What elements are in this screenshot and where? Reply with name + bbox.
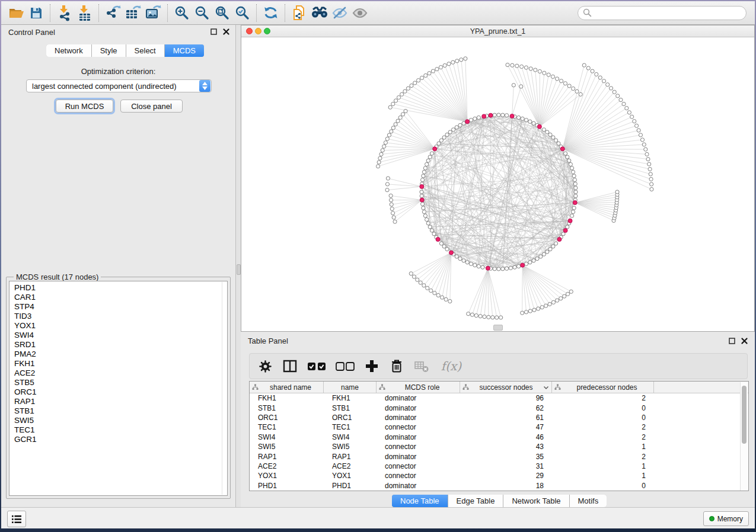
- table-cell: RAP1: [324, 453, 377, 461]
- mcds-result-item[interactable]: SRD1: [14, 340, 227, 350]
- select-all-columns-icon[interactable]: [307, 358, 327, 374]
- import-table-icon[interactable]: [75, 4, 95, 23]
- table-row[interactable]: RAP1RAP1dominator352: [250, 451, 748, 461]
- mcds-result-item[interactable]: RAP1: [14, 397, 227, 406]
- table-row[interactable]: ACE2ACE2connector311: [250, 462, 748, 471]
- function-builder-icon[interactable]: f(x): [438, 358, 464, 374]
- table-row[interactable]: TEC1TEC1connector472: [250, 422, 748, 432]
- splitter-handle[interactable]: [237, 264, 241, 275]
- mcds-result-item[interactable]: ACE2: [14, 368, 227, 378]
- mcds-result-item[interactable]: SWI5: [14, 416, 227, 425]
- mcds-result-list[interactable]: PHD1CAR1STP4TID3YOX1SWI4SRD1PMA2FKH1ACE2…: [9, 281, 228, 496]
- node-table-body: FKH1FKH1dominator962STB1STB1dominator620…: [250, 393, 748, 491]
- table-row[interactable]: SWI4SWI4dominator462: [250, 432, 748, 442]
- panel-splitter-vertical[interactable]: [236, 25, 241, 507]
- column-header-MCDS-role[interactable]: MCDS role: [377, 382, 460, 393]
- mcds-result-item[interactable]: CAR1: [14, 293, 227, 302]
- toolbar-separator: [167, 4, 168, 22]
- table-row[interactable]: PHD1PHD1dominator180: [250, 481, 748, 491]
- zoom-out-icon[interactable]: [192, 4, 212, 23]
- table-cell: 0: [552, 482, 654, 490]
- control-panel-title: Control Panel: [8, 28, 55, 37]
- mcds-result-item[interactable]: STP4: [14, 302, 227, 312]
- table-scrollbar[interactable]: [740, 382, 748, 491]
- table-cell: ORC1: [324, 414, 377, 422]
- float-panel-icon[interactable]: [210, 28, 217, 35]
- network-graph[interactable]: [241, 37, 754, 331]
- mcds-result-item[interactable]: SWI4: [14, 331, 227, 340]
- criterion-select[interactable]: largest connected component (undirected): [26, 79, 212, 92]
- delete-table-icon[interactable]: [413, 358, 430, 374]
- close-panel-icon[interactable]: [223, 28, 229, 35]
- zoom-in-icon[interactable]: [172, 4, 192, 23]
- table-panel-title: Table Panel: [248, 336, 288, 345]
- column-header-name[interactable]: name: [324, 382, 377, 393]
- node-table-header: shared namenameMCDS rolesuccessor nodesp…: [250, 382, 748, 393]
- table-scrollbar-thumb[interactable]: [742, 386, 747, 444]
- float-table-panel-icon[interactable]: [729, 338, 735, 344]
- column-header-shared-name[interactable]: shared name: [250, 382, 324, 393]
- export-table-icon[interactable]: [123, 4, 143, 23]
- table-cell: SWI5: [324, 443, 377, 451]
- mcds-result-item[interactable]: TEC1: [14, 425, 227, 435]
- clone-network-icon[interactable]: [289, 4, 310, 23]
- table-row[interactable]: ORC1ORC1dominator610: [250, 413, 748, 422]
- mcds-result-item[interactable]: STB1: [14, 406, 227, 416]
- hide-selected-icon[interactable]: [330, 4, 350, 23]
- deselect-all-columns-icon[interactable]: [335, 358, 355, 374]
- table-row[interactable]: FKH1FKH1dominator962: [250, 393, 748, 403]
- toolbar-separator: [98, 4, 100, 22]
- search-network-icon[interactable]: [310, 4, 330, 23]
- close-table-panel-icon[interactable]: [741, 338, 748, 344]
- delete-column-icon[interactable]: [388, 358, 405, 374]
- import-network-icon[interactable]: [55, 4, 75, 23]
- save-session-icon[interactable]: [26, 4, 46, 23]
- zoom-fit-icon[interactable]: [212, 4, 232, 23]
- zoom-selected-icon[interactable]: [232, 4, 253, 23]
- table-cell: YOX1: [324, 472, 377, 480]
- table-cell: 46: [460, 433, 552, 441]
- network-canvas[interactable]: [241, 37, 754, 331]
- tab-select[interactable]: Select: [126, 44, 165, 57]
- column-header-predecessor-nodes[interactable]: predecessor nodes: [552, 382, 654, 393]
- table-row[interactable]: YOX1YOX1connector291: [250, 471, 748, 480]
- search-input[interactable]: [578, 6, 747, 20]
- tab-mcds[interactable]: MCDS: [165, 44, 204, 57]
- mcds-result-item[interactable]: FKH1: [14, 359, 227, 368]
- close-panel-button[interactable]: Close panel: [120, 100, 183, 113]
- export-image-icon[interactable]: [143, 4, 164, 23]
- settings-gear-icon[interactable]: [257, 358, 273, 374]
- mcds-result-item[interactable]: ORC1: [14, 387, 227, 397]
- memory-button[interactable]: Memory: [703, 511, 749, 526]
- tab-edge-table[interactable]: Edge Table: [448, 495, 504, 507]
- table-cell: 29: [460, 472, 552, 480]
- show-all-icon[interactable]: [350, 4, 370, 23]
- tab-network-table[interactable]: Network Table: [503, 495, 569, 507]
- table-row[interactable]: STB1STB1dominator620: [250, 403, 748, 412]
- mcds-result-item[interactable]: YOX1: [14, 321, 227, 331]
- refresh-view-icon[interactable]: [261, 4, 281, 23]
- tab-motifs[interactable]: Motifs: [570, 495, 607, 507]
- mcds-result-item[interactable]: PHD1: [14, 283, 227, 293]
- add-column-icon[interactable]: [363, 358, 380, 374]
- panel-list-button[interactable]: [7, 511, 26, 527]
- mcds-result-item[interactable]: GCR1: [14, 435, 227, 444]
- table-cell: dominator: [377, 394, 460, 402]
- mcds-result-item[interactable]: TID3: [14, 312, 227, 321]
- column-panel-icon[interactable]: [282, 358, 298, 374]
- tab-style[interactable]: Style: [92, 44, 126, 57]
- mcds-list-scroll-track: [222, 282, 222, 495]
- table-cell: 2: [552, 433, 654, 441]
- mcds-result-item[interactable]: PMA2: [14, 350, 227, 359]
- horizontal-splitter-handle[interactable]: [493, 325, 503, 331]
- column-header-successor-nodes[interactable]: successor nodes: [460, 382, 552, 393]
- run-mcds-button[interactable]: Run MCDS: [56, 100, 113, 113]
- mcds-result-item[interactable]: STB5: [14, 378, 227, 387]
- open-file-icon[interactable]: [6, 4, 26, 23]
- tab-node-table[interactable]: Node Table: [392, 495, 448, 507]
- table-cell: FKH1: [324, 394, 377, 402]
- table-row[interactable]: SWI5SWI5connector431: [250, 442, 748, 451]
- network-window-titlebar[interactable]: YPA_prune.txt_1: [241, 25, 754, 37]
- tab-network[interactable]: Network: [46, 44, 92, 57]
- export-network-icon[interactable]: [103, 4, 123, 23]
